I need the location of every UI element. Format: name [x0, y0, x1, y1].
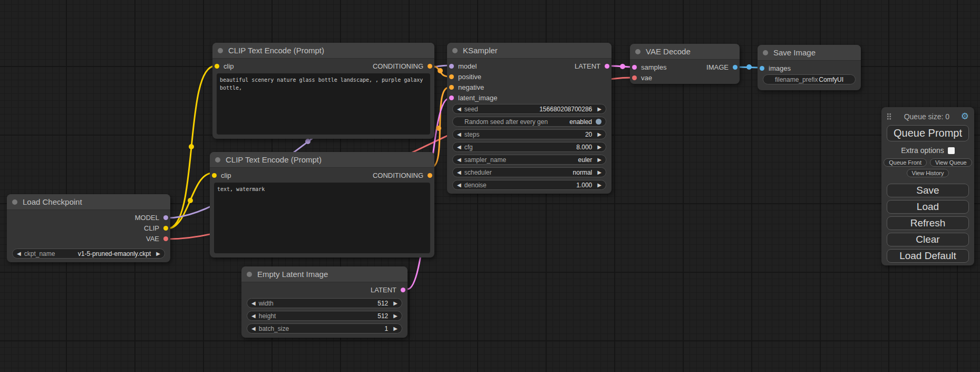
output-latent[interactable]: LATENT [241, 284, 407, 295]
ckpt-name-widget[interactable]: ckpt_name v1-5-pruned-emaonly.ckpt [12, 249, 165, 259]
step-left-icon[interactable] [457, 157, 461, 163]
conditioning-port-icon[interactable] [449, 74, 454, 79]
output-model[interactable]: MODEL [7, 212, 170, 223]
sampler-name-widget[interactable]: sampler_name euler [452, 155, 606, 165]
node-clip-text-encode-positive[interactable]: CLIP Text Encode (Prompt) clip CONDITION… [212, 43, 434, 139]
input-negative[interactable]: negative [447, 82, 612, 92]
input-samples[interactable]: samples [632, 63, 666, 71]
seed-widget[interactable]: seed 156680208700286 [452, 104, 606, 114]
node-title-bar[interactable]: CLIP Text Encode (Prompt) [212, 43, 434, 59]
node-load-checkpoint[interactable]: Load Checkpoint MODEL CLIP VAE ckpt_name… [7, 194, 170, 262]
link-dot[interactable] [746, 64, 752, 70]
step-right-icon[interactable] [156, 251, 160, 256]
input-model[interactable]: model [449, 62, 477, 70]
output-clip[interactable]: CLIP [7, 223, 170, 233]
width-widget[interactable]: width 512 [247, 298, 402, 308]
node-clip-text-encode-negative[interactable]: CLIP Text Encode (Prompt) clip CONDITION… [210, 152, 434, 257]
cfg-widget[interactable]: cfg 8.000 [452, 142, 606, 152]
refresh-button[interactable]: Refresh [887, 216, 969, 230]
step-left-icon[interactable] [457, 183, 461, 188]
steps-widget[interactable]: steps 20 [452, 129, 606, 139]
input-images[interactable]: images [758, 63, 861, 73]
step-left-icon[interactable] [457, 170, 461, 175]
model-port-icon[interactable] [163, 215, 168, 220]
latent-port-icon[interactable] [632, 65, 637, 70]
output-image[interactable]: IMAGE [706, 63, 738, 71]
settings-gear-icon[interactable]: ⚙ [961, 112, 969, 121]
clear-button[interactable]: Clear [887, 233, 969, 246]
collapse-dot-icon[interactable] [12, 199, 17, 205]
input-latent-image[interactable]: latent_image [447, 92, 612, 103]
clip-port-icon[interactable] [215, 64, 219, 69]
output-latent[interactable]: LATENT [575, 62, 609, 70]
input-clip[interactable]: clip [215, 62, 234, 70]
node-title-bar[interactable]: Empty Latent Image [241, 266, 407, 282]
output-conditioning[interactable]: CONDITIONING [373, 62, 432, 70]
step-left-icon[interactable] [457, 145, 461, 150]
queue-prompt-button[interactable]: Queue Prompt [887, 125, 969, 141]
link-dot[interactable] [189, 144, 194, 149]
scheduler-widget[interactable]: scheduler normal [452, 167, 606, 177]
step-right-icon[interactable] [393, 313, 397, 319]
output-vae[interactable]: VAE [7, 233, 170, 244]
node-vae-decode[interactable]: VAE Decode samples IMAGE vae [630, 44, 740, 84]
step-left-icon[interactable] [457, 132, 461, 137]
link-dot[interactable] [438, 68, 443, 73]
link-dot[interactable] [620, 64, 625, 69]
step-left-icon[interactable] [251, 301, 256, 306]
conditioning-port-icon[interactable] [428, 173, 432, 178]
link-dot[interactable] [436, 126, 441, 131]
queue-front-button[interactable]: Queue Front [884, 158, 927, 167]
denoise-widget[interactable]: denoise 1.000 [452, 180, 606, 190]
step-right-icon[interactable] [597, 132, 601, 137]
node-graph-canvas[interactable]: Load Checkpoint MODEL CLIP VAE ckpt_name… [0, 0, 980, 372]
step-left-icon[interactable] [251, 313, 256, 319]
drag-handle-icon[interactable] [887, 113, 891, 120]
collapse-dot-icon[interactable] [763, 50, 768, 55]
save-button[interactable]: Save [887, 184, 969, 197]
vae-port-icon[interactable] [632, 75, 637, 80]
node-empty-latent-image[interactable]: Empty Latent Image LATENT width 512 heig… [241, 266, 407, 338]
step-right-icon[interactable] [393, 326, 397, 331]
node-title-bar[interactable]: VAE Decode [630, 44, 740, 60]
random-seed-toggle[interactable]: Random seed after every gen enabled [452, 117, 606, 127]
link-dot[interactable] [188, 198, 193, 203]
clip-port-icon[interactable] [163, 226, 168, 231]
image-port-icon[interactable] [760, 66, 764, 71]
step-right-icon[interactable] [597, 183, 601, 188]
step-right-icon[interactable] [597, 145, 601, 150]
step-left-icon[interactable] [17, 251, 21, 256]
step-right-icon[interactable] [597, 157, 601, 163]
clip-port-icon[interactable] [212, 173, 217, 178]
input-positive[interactable]: positive [447, 71, 612, 82]
node-title-bar[interactable]: CLIP Text Encode (Prompt) [210, 152, 434, 168]
conditioning-port-icon[interactable] [449, 85, 454, 90]
load-default-button[interactable]: Load Default [887, 249, 969, 263]
prompt-textarea[interactable]: text, watermark [214, 183, 430, 253]
input-clip[interactable]: clip [212, 171, 231, 179]
vae-port-icon[interactable] [163, 236, 168, 241]
conditioning-port-icon[interactable] [428, 64, 432, 69]
batch-size-widget[interactable]: batch_size 1 [247, 323, 402, 333]
link-dot[interactable] [305, 139, 311, 144]
model-port-icon[interactable] [449, 64, 454, 69]
height-widget[interactable]: height 512 [247, 311, 402, 321]
output-conditioning[interactable]: CONDITIONING [373, 171, 432, 179]
node-title-bar[interactable]: Load Checkpoint [7, 194, 170, 210]
node-title-bar[interactable]: KSampler [447, 43, 612, 59]
load-button[interactable]: Load [887, 200, 969, 214]
step-left-icon[interactable] [251, 326, 256, 331]
step-right-icon[interactable] [393, 301, 397, 306]
image-port-icon[interactable] [733, 65, 738, 70]
step-right-icon[interactable] [597, 170, 601, 175]
node-title-bar[interactable]: Save Image [758, 45, 861, 61]
collapse-dot-icon[interactable] [215, 157, 220, 163]
latent-port-icon[interactable] [401, 288, 405, 292]
step-right-icon[interactable] [597, 107, 601, 112]
filename-prefix-widget[interactable]: filename_prefix ComfyUI [763, 74, 856, 84]
collapse-dot-icon[interactable] [635, 49, 641, 54]
input-vae[interactable]: vae [630, 72, 740, 83]
prompt-textarea[interactable]: beautiful scenery nature glass bottle la… [217, 73, 430, 135]
view-queue-button[interactable]: View Queue [930, 158, 972, 167]
step-left-icon[interactable] [457, 107, 461, 112]
